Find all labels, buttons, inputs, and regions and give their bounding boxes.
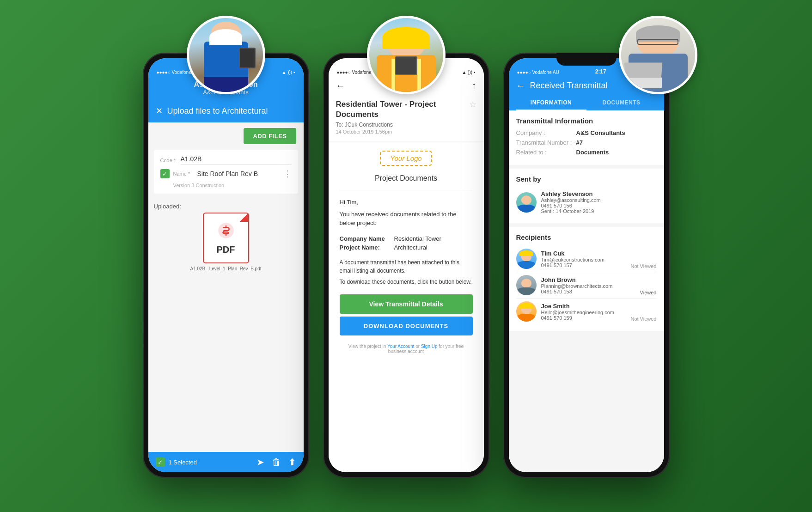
footer-actions: ➤ 🗑 ⬆: [256, 457, 296, 468]
sender-row: Ashley Stevenson Ashley@asconsulting.com…: [516, 188, 657, 217]
recipient-row: Tim Cuk Tim@jcukconstructions.com 0491 5…: [516, 246, 657, 272]
upload-icon[interactable]: ⬆: [288, 457, 296, 468]
recipient2-name: John Brown: [541, 276, 635, 283]
recipient2-phone: 0491 570 158: [541, 289, 635, 294]
code-value[interactable]: A1.02B: [181, 155, 292, 165]
email-body2: A document transmittal has been attached…: [329, 255, 484, 290]
phone3-tabs: INFORMATION DOCUMENTS: [516, 96, 657, 110]
phone1: ●●●●○ Vodafone AU 2:17 ▲ ))) ▪ Ashley St…: [143, 53, 309, 478]
options-icon[interactable]: ⋮: [283, 169, 292, 179]
logo-area: Your Logo: [329, 141, 484, 171]
phone2-status-icons: ▲ ))) ▪: [462, 70, 476, 75]
tab-information[interactable]: INFORMATION: [516, 96, 586, 110]
name-value[interactable]: Site Roof Plan Rev B: [197, 170, 280, 177]
name-row: ✓ Name * Site Roof Plan Rev B ⋮: [160, 169, 292, 179]
recipient2-avatar: [516, 275, 537, 295]
related-value: Documents: [576, 149, 609, 156]
number-value: #7: [576, 139, 583, 146]
transmittal-info-section: Transmittal Information Company : A&S Co…: [509, 110, 664, 165]
company-value: A&S Consultants: [576, 129, 625, 136]
recipient-row: John Brown Planning@brownarchitects.com …: [516, 272, 657, 299]
recipient3-phone: 0491 570 159: [541, 315, 626, 321]
pdf-corner: [240, 213, 248, 222]
file-form: Code * A1.02B ✓ Name * Site Roof Plan Re…: [154, 150, 298, 194]
recipient1-phone: 0491 570 157: [541, 262, 626, 268]
tab-documents[interactable]: DOCUMENTS: [586, 96, 657, 110]
sender-name: Ashley Stevenson: [541, 190, 657, 197]
file-checkbox[interactable]: ✓: [160, 169, 170, 178]
number-label: Transmittal Number :: [516, 139, 576, 146]
recipient3-status: Not Viewed: [630, 316, 656, 322]
company-row: Company : A&S Consultants: [516, 129, 657, 136]
recipient3-avatar: [516, 301, 537, 322]
recipient3-email: Hello@joesmithengineering.com: [541, 310, 626, 315]
recipient2-info: John Brown Planning@brownarchitects.com …: [541, 276, 635, 294]
phone3-notch: [556, 53, 617, 66]
back-arrow[interactable]: ←: [336, 80, 345, 91]
uploaded-label: Uploaded:: [154, 203, 298, 210]
recipient1-name: Tim Cuk: [541, 250, 626, 257]
delete-icon[interactable]: 🗑: [272, 457, 281, 468]
recipient1-email: Tim@jcukconstructions.com: [541, 257, 626, 262]
email-subject: Residential Tower - Project Documents: [336, 99, 469, 120]
recipient3-name: Joe Smith: [541, 303, 626, 310]
back-arrow-icon[interactable]: ←: [516, 80, 525, 91]
send-icon[interactable]: ➤: [256, 457, 264, 468]
email-body: Your Logo Project Documents Hi Tim, You …: [329, 141, 484, 472]
email-greeting: Hi Tim, You have received documents rela…: [329, 194, 484, 232]
sender-avatar: [516, 192, 537, 213]
view-transmittal-button[interactable]: View Transmittal Details: [340, 294, 473, 314]
recipient3-info: Joe Smith Hello@joesmithengineering.com …: [541, 303, 626, 321]
phone3-content: Transmittal Information Company : A&S Co…: [509, 110, 664, 472]
pdf-filename: A1.02B _Level_1_Plan_Rev_B.pdf: [190, 266, 261, 271]
up-arrow[interactable]: ↑: [472, 80, 476, 91]
email-date: 14 October 2019 1.56pm: [336, 129, 469, 134]
email-to: To: JCuk Constructions: [336, 122, 469, 128]
email-footer: View the project in Your Account or Sign…: [329, 340, 484, 360]
recipient2-email: Planning@brownarchitects.com: [541, 283, 635, 289]
download-documents-button[interactable]: DOWNLOAD DOCUMENTS: [340, 317, 473, 335]
phone3-time: 2:17: [595, 68, 606, 75]
phone3-carrier: ●●●●○ Vodafone AU: [517, 70, 559, 75]
name-label: Name *: [173, 171, 194, 177]
sender-email: Ashley@asconsulting.com: [541, 197, 657, 203]
sent-by-section: Sent by Ashley Stevenson Ashley@asconsul…: [509, 169, 664, 223]
sender-phone: 0491 570 156: [541, 203, 657, 208]
transmittal-number-row: Transmittal Number : #7: [516, 139, 657, 146]
phone3: ●●●●○ Vodafone AU 2:17 ▲ ))) ▪ ← Receive…: [503, 53, 670, 478]
add-files-button[interactable]: ADD FILES: [244, 128, 296, 144]
received-transmittal-title: Received Transmittal: [530, 81, 608, 91]
sent-date: Sent : 14-October-2019: [541, 208, 657, 214]
company-label: Company :: [516, 129, 576, 136]
email-doc-title: Project Documents: [329, 171, 484, 186]
recipient1-status: Not Viewed: [630, 263, 656, 269]
pdf-label: PDF: [217, 244, 235, 255]
version-text: Version 3 Construction: [173, 183, 292, 188]
upload-title: Upload files to Architectural: [167, 106, 296, 116]
code-label: Code *: [160, 158, 181, 163]
recipients-title: Recipients: [516, 233, 657, 241]
pdf-thumbnail: PDF A1.02B _Level_1_Plan_Rev_B.pdf: [154, 213, 298, 271]
phone1-footer: ✓ 1 Selected ➤ 🗑 ⬆: [148, 452, 304, 472]
close-icon[interactable]: ✕: [156, 106, 163, 116]
upload-bar: ✕ Upload files to Architectural: [148, 101, 304, 122]
star-icon[interactable]: ☆: [469, 99, 476, 110]
related-row: Related to : Documents: [516, 149, 657, 156]
pdf-icon: PDF: [203, 213, 249, 263]
code-row: Code * A1.02B: [160, 155, 292, 165]
phone2: ●●●●○ Vodafone AU 2:17 ▲ ))) ▪ ← ↑ Resid…: [323, 53, 489, 478]
recipient1-avatar: [516, 249, 537, 269]
recipient-row: Joe Smith Hello@joesmithengineering.com …: [516, 299, 657, 324]
recipient2-status: Viewed: [640, 290, 657, 295]
selected-count: 1 Selected: [169, 459, 256, 466]
recipient1-info: Tim Cuk Tim@jcukconstructions.com 0491 5…: [541, 250, 626, 268]
recipients-section: Recipients Tim Cuk Tim@jcukconstructions…: [509, 227, 664, 331]
your-account-link[interactable]: Your Account: [387, 344, 415, 349]
footer-checkbox[interactable]: ✓: [156, 457, 165, 467]
logo-placeholder: Your Logo: [380, 151, 432, 166]
sign-up-link[interactable]: Sign Up: [421, 344, 438, 349]
phone1-status-icons: ▲ ))) ▪: [282, 70, 295, 75]
sent-by-title: Sent by: [516, 175, 657, 183]
pdf-acrobat-icon: [217, 221, 235, 243]
transmittal-info-title: Transmittal Information: [516, 117, 657, 125]
